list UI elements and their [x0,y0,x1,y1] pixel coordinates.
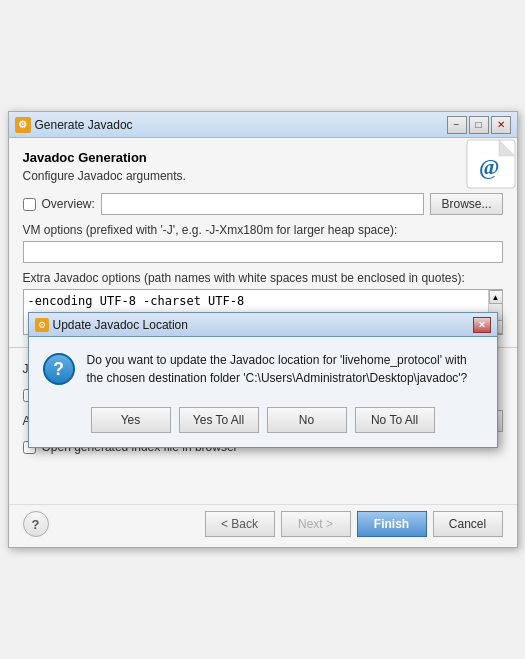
dialog-title-bar: ⚙ Update Javadoc Location ✕ [29,313,497,337]
dialog-overlay: ⚙ Update Javadoc Location ✕ ? Do you wan… [9,112,517,547]
yes-to-all-button[interactable]: Yes To All [179,407,259,433]
dialog-message: Do you want to update the Javadoc locati… [87,351,483,387]
yes-button[interactable]: Yes [91,407,171,433]
no-button[interactable]: No [267,407,347,433]
dialog-close-button[interactable]: ✕ [473,317,491,333]
dialog-title-left: ⚙ Update Javadoc Location [35,318,188,332]
dialog-buttons: Yes Yes To All No No To All [29,401,497,447]
dialog-icon: ⚙ [35,318,49,332]
dialog-title: Update Javadoc Location [53,318,188,332]
update-javadoc-dialog: ⚙ Update Javadoc Location ✕ ? Do you wan… [28,312,498,448]
dialog-body: ? Do you want to update the Javadoc loca… [29,337,497,401]
main-window: ⚙ Generate Javadoc − □ ✕ @ Javadoc Gener… [8,111,518,548]
no-to-all-button[interactable]: No To All [355,407,435,433]
question-icon: ? [43,353,75,385]
